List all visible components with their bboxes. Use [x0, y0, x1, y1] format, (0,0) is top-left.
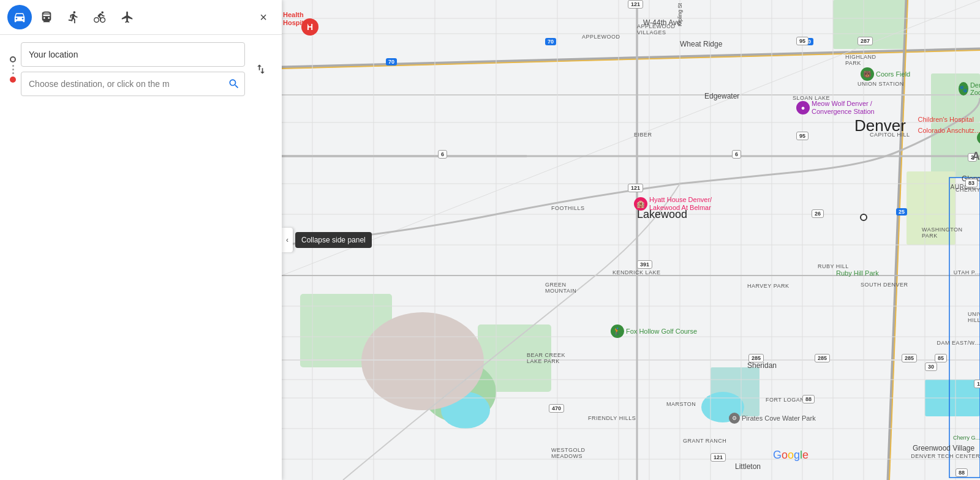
poi-coors-field[interactable]: 🐻 Coors Field	[861, 67, 910, 81]
poi-denver-zoo[interactable]: 🐾 Denver Zoo	[959, 81, 980, 96]
transport-walking[interactable]	[61, 5, 86, 29]
poi-fox-hollow[interactable]: 🏌 Fox Hollow Golf Course	[611, 324, 697, 338]
transport-driving[interactable]	[7, 5, 32, 29]
close-icon: ×	[260, 10, 267, 24]
svg-rect-8	[907, 171, 956, 245]
destination-input[interactable]	[21, 72, 245, 96]
transport-flight[interactable]	[115, 5, 140, 29]
hospital-marker[interactable]: H	[301, 18, 318, 36]
search-button[interactable]	[228, 78, 240, 90]
side-panel: ×	[0, 0, 282, 480]
input-fields	[21, 42, 245, 96]
origin-input[interactable]	[21, 42, 245, 67]
map-marker-a: A	[972, 150, 980, 163]
inputs-area	[0, 35, 282, 103]
poi-childrens-hospital[interactable]: Children's HospitalColorado Anschutz...	[918, 113, 980, 135]
transport-bar: ×	[0, 0, 282, 35]
swap-directions-button[interactable]	[250, 58, 272, 80]
poi-meow-wolf[interactable]: ● Meow Wolf Denver /Convergence Station	[796, 100, 875, 116]
route-dots	[10, 54, 16, 85]
poi-ruby-hill[interactable]: Ruby Hill Park	[836, 269, 879, 277]
poi-hyatt-house[interactable]: 🏨 Hyatt House Denver/Lakewood At Belmar	[634, 196, 712, 212]
transport-transit[interactable]	[34, 5, 59, 29]
close-directions-button[interactable]: ×	[252, 6, 274, 28]
svg-point-13	[361, 312, 484, 410]
destination-wrapper	[21, 72, 245, 96]
transport-cycling[interactable]	[88, 5, 113, 29]
origin-dot	[10, 56, 16, 62]
svg-rect-5	[833, 0, 907, 49]
map-area[interactable]: H Health Hospital W-44th Ave Denver Whea…	[282, 0, 980, 480]
destination-dot	[10, 77, 16, 83]
collapse-panel-button[interactable]: ‹	[282, 228, 293, 252]
map-container: H Health Hospital W-44th Ave Denver Whea…	[282, 0, 980, 480]
poi-pirates-cove[interactable]: ⚙ Pirates Cove Water Park	[729, 413, 816, 424]
route-line	[12, 65, 14, 74]
svg-point-55	[861, 214, 867, 220]
